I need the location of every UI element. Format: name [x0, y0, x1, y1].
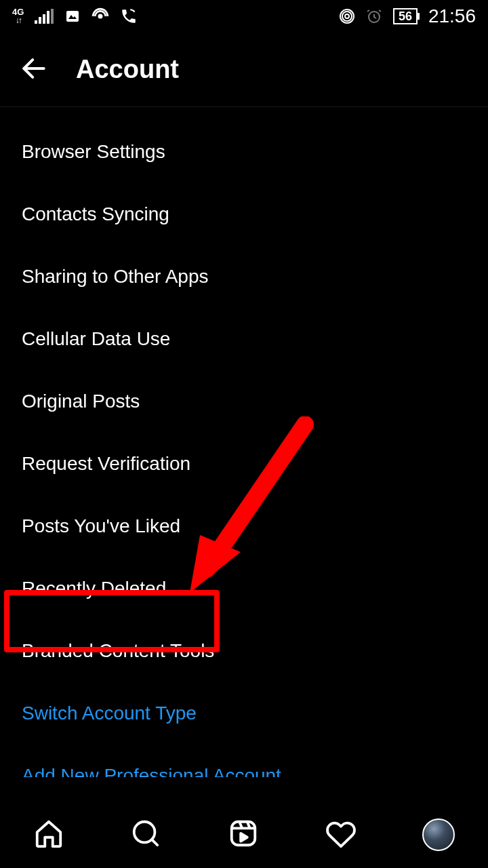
- svg-point-4: [342, 12, 352, 21]
- heart-icon[interactable]: [325, 818, 357, 852]
- status-time: 21:56: [428, 5, 476, 27]
- menu-item-cellular-data-use[interactable]: Cellular Data Use: [0, 308, 488, 370]
- network-4g-icon: 4G ↓↑: [12, 8, 24, 24]
- menu-item-branded-content-tools[interactable]: Branded Content Tools: [0, 620, 488, 682]
- signal-icon: [35, 9, 54, 24]
- menu-item-add-new-professional-account[interactable]: Add New Professional Account: [0, 745, 488, 777]
- header: Account: [0, 33, 488, 107]
- svg-point-3: [345, 14, 349, 18]
- settings-menu: Browser SettingsContacts SyncingSharing …: [0, 107, 488, 777]
- menu-item-browser-settings[interactable]: Browser Settings: [0, 121, 488, 183]
- bottom-nav: [0, 800, 488, 868]
- wifi-call-icon: [120, 7, 138, 25]
- menu-item-contacts-syncing[interactable]: Contacts Syncing: [0, 183, 488, 245]
- status-right: 56 21:56: [339, 5, 476, 27]
- svg-rect-12: [232, 821, 256, 845]
- menu-item-switch-account-type[interactable]: Switch Account Type: [0, 682, 488, 745]
- svg-line-11: [152, 840, 158, 845]
- menu-item-request-verification[interactable]: Request Verification: [0, 433, 488, 495]
- svg-marker-16: [241, 833, 247, 842]
- back-arrow-icon[interactable]: [19, 54, 49, 86]
- reels-icon[interactable]: [228, 818, 259, 852]
- search-icon[interactable]: [130, 818, 161, 852]
- battery-icon: 56: [393, 8, 418, 24]
- picture-icon: [64, 8, 81, 24]
- status-bar: 4G ↓↑ 56 21:56: [0, 0, 488, 33]
- svg-point-2: [99, 15, 102, 18]
- menu-item-sharing-to-other-apps[interactable]: Sharing to Other Apps: [0, 245, 488, 308]
- alarm-icon: [366, 8, 382, 24]
- menu-item-recently-deleted[interactable]: Recently Deleted: [0, 557, 488, 620]
- cast-icon: [339, 8, 355, 24]
- status-left: 4G ↓↑: [12, 7, 138, 25]
- profile-avatar[interactable]: [422, 818, 455, 851]
- menu-item-posts-you-ve-liked[interactable]: Posts You've Liked: [0, 495, 488, 557]
- home-icon[interactable]: [33, 818, 64, 852]
- svg-rect-0: [66, 11, 79, 22]
- page-title: Account: [76, 55, 179, 84]
- menu-item-original-posts[interactable]: Original Posts: [0, 370, 488, 433]
- hotspot-icon: [92, 7, 109, 25]
